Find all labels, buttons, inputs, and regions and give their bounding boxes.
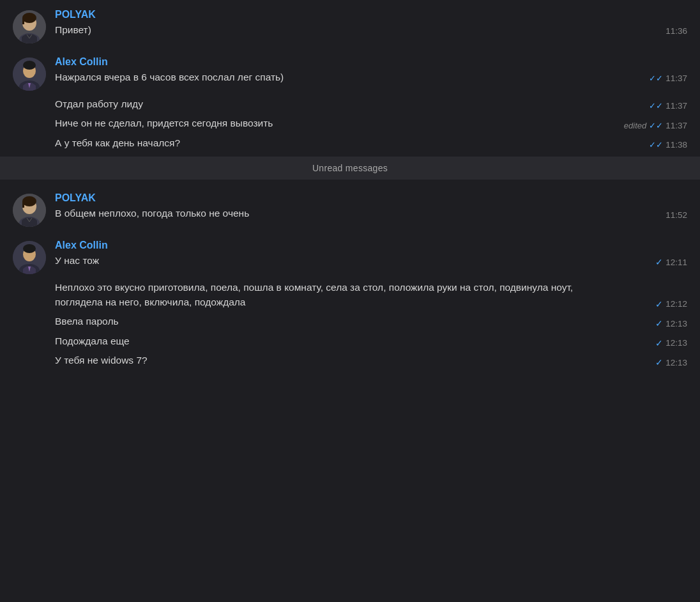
message-text: У нас тож bbox=[55, 254, 108, 268]
message-group: Alex Collin Нажрался вчера в 6 часов все… bbox=[0, 47, 700, 95]
message-time: 11:37 bbox=[666, 73, 687, 83]
message-text: А у тебя как день начался? bbox=[55, 136, 639, 150]
single-check-icon: ✓ bbox=[655, 339, 663, 348]
sender-name: Alex Collin bbox=[55, 240, 108, 251]
double-check-icon: ✓✓ bbox=[649, 140, 663, 150]
message-meta: ✓ 12:12 bbox=[655, 299, 687, 309]
message-meta: ✓ 12:13 bbox=[655, 358, 687, 368]
message-text: Нажрался вчера в 6 часов всех послал лег… bbox=[55, 70, 284, 84]
message-time: 12:13 bbox=[666, 338, 687, 348]
message-meta: ✓ 12:13 bbox=[655, 319, 687, 329]
message-text: В общем неплохо, погода только не очень bbox=[55, 206, 249, 220]
message-text: Ниче он не сделал, придется сегодня выво… bbox=[55, 116, 614, 130]
message-continuation: У тебя не widows 7? ✓ 12:13 bbox=[0, 351, 700, 370]
message-text: Привет) bbox=[55, 23, 96, 37]
message-meta: 11:36 bbox=[666, 26, 687, 37]
double-check-icon: ✓✓ bbox=[649, 121, 663, 130]
message-text: Неплохо это вкусно приготовила, поела, п… bbox=[55, 281, 579, 309]
first-message-row: Alex Collin Нажрался вчера в 6 часов все… bbox=[55, 56, 687, 84]
first-message-row: Alex Collin У нас тож ✓ 12:11 bbox=[55, 240, 687, 268]
svg-point-2 bbox=[22, 13, 36, 23]
message-time: 11:38 bbox=[666, 140, 687, 150]
message-continuation: Отдал работу лиду ✓✓ 11:37 bbox=[0, 95, 700, 114]
message-meta: edited ✓✓ 11:37 bbox=[624, 121, 687, 131]
sender-name: POLYAK bbox=[55, 9, 96, 20]
message-text: Ввела пароль bbox=[55, 314, 645, 328]
message-group-content: POLYAK Привет) 11:36 bbox=[55, 9, 687, 37]
message-time: 12:13 bbox=[666, 319, 687, 328]
message-group: POLYAK Привет) 11:36 bbox=[0, 0, 700, 47]
svg-rect-3 bbox=[22, 18, 24, 24]
message-time: 12:13 bbox=[666, 358, 687, 367]
message-continuation: Неплохо это вкусно приготовила, поела, п… bbox=[0, 278, 700, 312]
message-group-content: Alex Collin У нас тож ✓ 12:11 bbox=[55, 240, 687, 268]
message-continuation: Ввела пароль ✓ 12:13 bbox=[0, 312, 700, 331]
message-time: 11:52 bbox=[666, 210, 687, 220]
message-text: Отдал работу лиду bbox=[55, 97, 639, 111]
message-text: Подождала еще bbox=[55, 334, 645, 348]
double-check-icon: ✓✓ bbox=[649, 101, 663, 111]
avatar bbox=[13, 241, 46, 274]
single-check-icon: ✓ bbox=[655, 319, 663, 328]
svg-point-11 bbox=[22, 196, 36, 206]
message-continuation: Подождала еще ✓ 12:13 bbox=[0, 332, 700, 351]
message-meta: ✓✓ 11:37 bbox=[649, 101, 687, 111]
message-meta: ✓✓ 11:38 bbox=[649, 140, 687, 150]
single-check-icon: ✓ bbox=[655, 358, 663, 367]
chat-container: POLYAK Привет) 11:36 bbox=[0, 0, 700, 371]
avatar bbox=[13, 58, 46, 91]
message-time: 12:11 bbox=[666, 258, 687, 267]
message-meta: ✓ 12:11 bbox=[655, 258, 687, 268]
first-message-row: POLYAK Привет) 11:36 bbox=[55, 9, 687, 37]
unread-divider: Unread messages bbox=[0, 157, 700, 180]
unread-divider-text: Unread messages bbox=[312, 163, 388, 173]
svg-point-16 bbox=[23, 244, 36, 253]
single-check-icon: ✓ bbox=[655, 258, 663, 266]
message-group-content: Alex Collin Нажрался вчера в 6 часов все… bbox=[55, 56, 687, 84]
message-time: 11:37 bbox=[666, 121, 687, 130]
message-time: 11:37 bbox=[666, 101, 687, 111]
edited-label: edited bbox=[624, 121, 646, 130]
svg-rect-12 bbox=[22, 201, 24, 208]
avatar bbox=[13, 10, 46, 43]
message-text: У тебя не widows 7? bbox=[55, 353, 645, 367]
message-time: 12:12 bbox=[666, 299, 687, 309]
sender-name: Alex Collin bbox=[55, 56, 284, 68]
message-meta: ✓ 12:13 bbox=[655, 338, 687, 348]
message-meta: ✓✓ 11:37 bbox=[649, 73, 687, 84]
message-continuation: Ниче он не сделал, придется сегодня выво… bbox=[0, 114, 700, 133]
single-check-icon: ✓ bbox=[655, 300, 663, 309]
svg-point-7 bbox=[23, 61, 36, 70]
message-continuation: А у тебя как день начался? ✓✓ 11:38 bbox=[0, 134, 700, 153]
avatar bbox=[13, 194, 46, 227]
message-group: POLYAK В общем неплохо, погода только не… bbox=[0, 183, 700, 231]
message-group: Alex Collin У нас тож ✓ 12:11 bbox=[0, 231, 700, 278]
message-time: 11:36 bbox=[666, 26, 687, 36]
double-check-icon: ✓✓ bbox=[649, 73, 663, 83]
sender-name: POLYAK bbox=[55, 192, 249, 204]
first-message-row: POLYAK В общем неплохо, погода только не… bbox=[55, 192, 687, 220]
message-meta: 11:52 bbox=[666, 210, 687, 221]
message-group-content: POLYAK В общем неплохо, погода только не… bbox=[55, 192, 687, 220]
